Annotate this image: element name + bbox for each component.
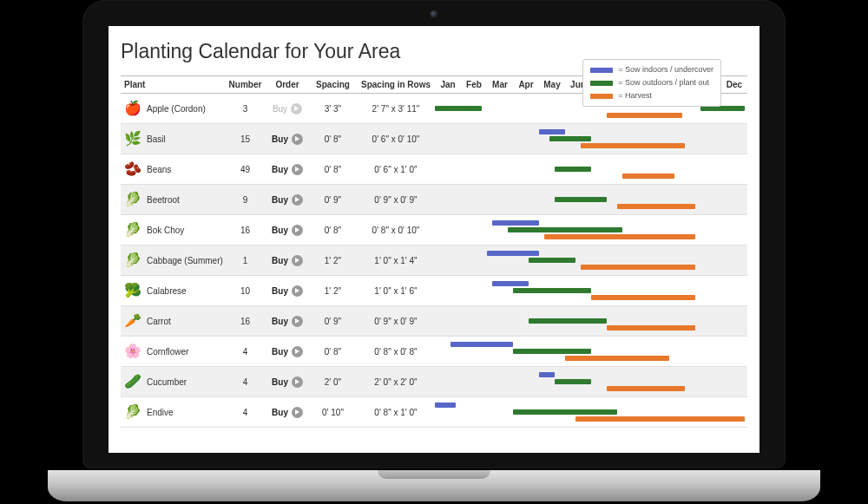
buy-button[interactable]: Buy — [273, 103, 302, 115]
spacing-cell: 0' 8" — [309, 124, 357, 154]
plant-cell[interactable]: 🌸Cornflower — [121, 337, 225, 367]
plant-cell[interactable]: 🥬Beetroot — [121, 185, 225, 215]
outdoors-bar — [555, 379, 591, 384]
plant-cell[interactable]: 🌿Basil — [121, 124, 225, 154]
col-order[interactable]: Order — [266, 76, 309, 94]
plant-cell[interactable]: 🥬Endive — [121, 397, 225, 428]
plant-name: Beetroot — [147, 195, 180, 205]
harvest-bar — [607, 113, 682, 118]
buy-button[interactable]: Buy — [272, 194, 303, 206]
indoors-bar — [487, 251, 539, 256]
order-cell: Buy — [266, 185, 309, 215]
outdoors-bar — [435, 106, 482, 111]
plant-cell[interactable]: 🥒Cucumber — [121, 367, 225, 397]
buy-button[interactable]: Buy — [272, 376, 303, 388]
spacing-cell: 0' 8" — [309, 337, 357, 367]
buy-button[interactable]: Buy — [272, 285, 303, 297]
plant-icon: 🥕 — [124, 312, 141, 330]
legend: = Sow indoors / undercover = Sow outdoor… — [582, 59, 721, 107]
harvest-bar — [581, 265, 695, 270]
harvest-bar — [607, 386, 685, 391]
col-spacing[interactable]: Spacing — [309, 76, 357, 94]
play-icon — [292, 194, 303, 206]
buy-label: Buy — [272, 165, 288, 174]
plant-icon: 🥬 — [124, 252, 141, 269]
order-cell: Buy — [266, 367, 309, 397]
buy-button[interactable]: Buy — [272, 407, 303, 418]
plant-name: Calabrese — [147, 286, 187, 296]
calendar-cell — [435, 245, 747, 276]
buy-button[interactable]: Buy — [272, 346, 303, 357]
col-month[interactable]: May — [539, 76, 565, 94]
calendar-cell — [435, 337, 747, 367]
plant-icon: 🥬 — [124, 221, 141, 239]
number-cell: 16 — [225, 215, 266, 245]
col-month[interactable]: Jan — [435, 76, 461, 94]
col-spacing-rows[interactable]: Spacing in Rows — [357, 76, 435, 94]
plant-name: Cornflower — [147, 347, 188, 357]
plant-cell[interactable]: 🥕Carrot — [121, 306, 225, 337]
spacing-cell: 0' 10" — [309, 397, 357, 428]
calendar-cell — [435, 185, 747, 215]
number-cell: 4 — [225, 337, 266, 367]
spacing-rows-cell: 0' 8" x 0' 10" — [357, 215, 435, 245]
buy-label: Buy — [272, 317, 288, 326]
col-month[interactable]: Dec — [721, 76, 747, 94]
col-month[interactable]: Apr — [513, 76, 539, 94]
buy-button[interactable]: Buy — [272, 134, 303, 145]
spacing-rows-cell: 0' 6" x 1' 0" — [357, 154, 435, 185]
buy-label: Buy — [272, 226, 288, 235]
calendar-cell — [435, 215, 747, 245]
plant-cell[interactable]: 🍎Apple (Cordon) — [121, 94, 225, 124]
plant-cell[interactable]: 🥦Calabrese — [121, 276, 225, 306]
outdoors-bar — [508, 227, 622, 232]
plant-name: Cabbage (Summer) — [147, 256, 223, 265]
outdoors-bar — [529, 258, 575, 263]
spacing-cell: 2' 0" — [309, 367, 357, 397]
number-cell: 9 — [225, 185, 266, 215]
play-icon — [292, 376, 303, 388]
order-cell: Buy — [266, 154, 309, 185]
buy-label: Buy — [272, 195, 288, 205]
calendar-cell — [435, 306, 747, 337]
plant-name: Bok Choy — [147, 226, 184, 235]
plant-icon: 🌸 — [124, 343, 141, 360]
spacing-rows-cell: 0' 8" x 0' 8" — [357, 337, 435, 367]
plant-name: Endive — [147, 408, 174, 417]
col-month[interactable]: Feb — [461, 76, 487, 94]
number-cell: 10 — [225, 276, 266, 306]
calendar-cell — [435, 124, 747, 154]
plant-cell[interactable]: 🥬Bok Choy — [121, 215, 225, 245]
table-row: 🥦Calabrese10Buy1' 2"1' 0" x 1' 6" — [121, 276, 747, 306]
table-row: 🥬Beetroot9Buy0' 9"0' 9" x 0' 9" — [121, 185, 747, 215]
legend-item-indoors: = Sow indoors / undercover — [590, 63, 713, 76]
plant-cell[interactable]: 🥬Cabbage (Summer) — [121, 245, 225, 276]
play-icon — [292, 255, 303, 266]
spacing-rows-cell: 0' 8" x 1' 0" — [357, 397, 435, 428]
col-number[interactable]: Number — [225, 76, 266, 94]
laptop-frame: Planting Calendar for Your Area Plant Nu… — [82, 0, 786, 494]
buy-button[interactable]: Buy — [272, 255, 303, 266]
plant-cell[interactable]: 🫘Beans — [121, 154, 225, 185]
buy-button[interactable]: Buy — [272, 164, 303, 175]
plant-icon: 🥒 — [124, 373, 141, 390]
table-row: 🌸Cornflower4Buy0' 8"0' 8" x 0' 8" — [121, 337, 747, 367]
plant-icon: 🍎 — [124, 100, 141, 117]
indoors-bar — [539, 129, 565, 134]
buy-button[interactable]: Buy — [272, 316, 303, 327]
table-row: 🫘Beans49Buy0' 8"0' 6" x 1' 0" — [121, 154, 747, 185]
order-cell: Buy — [266, 215, 309, 245]
table-row: 🥬Endive4Buy0' 10"0' 8" x 1' 0" — [121, 397, 747, 428]
col-month[interactable]: Mar — [487, 76, 513, 94]
order-cell: Buy — [266, 94, 309, 124]
harvest-bar — [581, 143, 685, 148]
spacing-rows-cell: 1' 0" x 1' 4" — [357, 245, 435, 276]
play-icon — [291, 103, 302, 115]
play-icon — [292, 407, 303, 418]
order-cell: Buy — [266, 337, 309, 367]
buy-button[interactable]: Buy — [272, 225, 303, 236]
play-icon — [292, 346, 303, 357]
col-plant[interactable]: Plant — [121, 76, 225, 94]
spacing-cell: 0' 8" — [309, 215, 357, 245]
play-icon — [292, 225, 303, 236]
